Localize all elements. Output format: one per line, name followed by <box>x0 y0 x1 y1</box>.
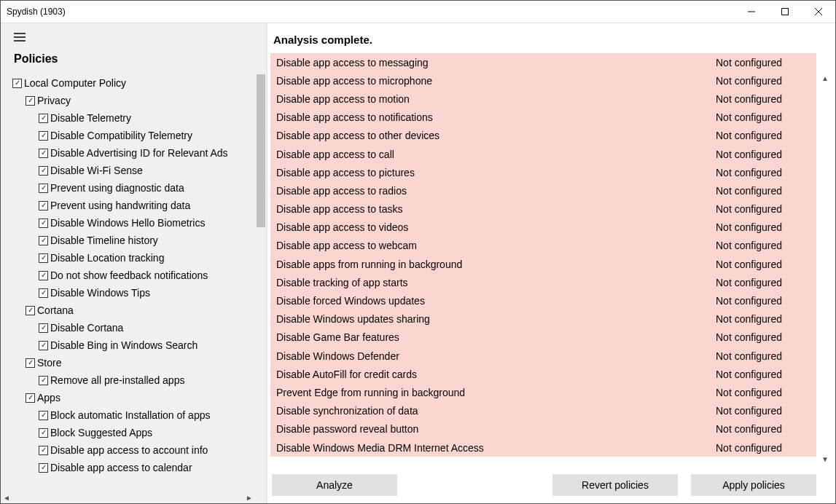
tree-item[interactable]: Disable Telemetry <box>12 109 255 127</box>
checkbox-icon[interactable] <box>39 131 48 141</box>
scrollbar-thumb[interactable] <box>257 74 265 227</box>
content-scrollbar-vertical[interactable]: ▲ ▼ <box>819 74 831 467</box>
result-row[interactable]: Disable app access to webcamNot configur… <box>270 237 816 255</box>
close-button[interactable] <box>802 1 835 23</box>
checkbox-icon[interactable] <box>39 236 48 245</box>
sidebar-scrollbar-vertical[interactable] <box>255 74 267 492</box>
checkbox-icon[interactable] <box>39 323 48 333</box>
analyze-button[interactable]: Analyze <box>272 474 397 496</box>
scroll-down-icon[interactable]: ▼ <box>819 455 831 467</box>
tree-item[interactable]: Disable Advertising ID for Relevant Ads <box>12 144 255 162</box>
checkbox-icon[interactable] <box>39 184 48 193</box>
scroll-left-icon[interactable]: ◄ <box>1 494 12 502</box>
result-row[interactable]: Disable password reveal buttonNot config… <box>270 420 816 438</box>
checkbox-icon[interactable] <box>39 288 48 298</box>
tree-item[interactable]: Disable Windows Tips <box>12 284 255 302</box>
result-name: Disable tracking of app starts <box>276 277 716 288</box>
checkbox-icon[interactable] <box>39 166 48 176</box>
result-row[interactable]: Disable Windows updates sharingNot confi… <box>270 310 816 328</box>
result-name: Disable Game Bar features <box>276 331 716 343</box>
sidebar-scrollbar-horizontal[interactable]: ◄ ► <box>1 492 255 503</box>
result-row[interactable]: Disable app access to callNot configured <box>270 145 816 163</box>
result-row[interactable]: Prevent Edge from running in backgroundN… <box>270 383 816 401</box>
result-row[interactable]: Disable app access to microphoneNot conf… <box>270 71 816 90</box>
result-status: Not configured <box>716 331 810 343</box>
checkbox-icon[interactable] <box>39 218 48 228</box>
checkbox-icon[interactable] <box>39 341 48 350</box>
result-status: Not configured <box>716 442 810 454</box>
tree-item[interactable]: Cortana <box>12 302 255 319</box>
tree-item[interactable]: Disable Windows Hello Biometrics <box>12 214 255 232</box>
checkbox-icon[interactable] <box>26 306 35 315</box>
result-status: Not configured <box>716 423 810 435</box>
menu-icon[interactable] <box>1 23 267 47</box>
tree-item[interactable]: Privacy <box>12 92 255 109</box>
action-buttons: Analyze Revert policies Apply policies <box>267 468 835 503</box>
result-name: Disable app access to pictures <box>276 167 716 178</box>
tree-item[interactable]: Apps <box>12 389 255 406</box>
tree-item[interactable]: Disable Wi-Fi Sense <box>12 162 255 179</box>
tree-item[interactable]: Disable app access to account info <box>12 441 255 459</box>
result-row[interactable]: Disable forced Windows updatesNot config… <box>270 291 816 310</box>
tree-item[interactable]: Disable Compatibility Telemetry <box>12 127 255 144</box>
apply-button[interactable]: Apply policies <box>691 474 816 496</box>
tree-item[interactable]: Disable Timeline history <box>12 232 255 249</box>
checkbox-icon[interactable] <box>26 393 35 403</box>
result-row[interactable]: Disable Windows DefenderNot configured <box>270 347 816 365</box>
tree-item[interactable]: Prevent using handwriting data <box>12 197 255 214</box>
result-row[interactable]: Disable apps from running in backgroundN… <box>270 255 816 273</box>
policy-tree[interactable]: Local Computer PolicyPrivacyDisable Tele… <box>1 71 255 492</box>
checkbox-icon[interactable] <box>39 149 48 158</box>
result-status: Not configured <box>716 313 810 325</box>
results-list[interactable]: Disable app access to messagingNot confi… <box>270 53 816 457</box>
checkbox-icon[interactable] <box>39 114 48 123</box>
result-row[interactable]: Disable app access to messagingNot confi… <box>270 53 816 71</box>
scroll-right-icon[interactable]: ► <box>243 494 255 502</box>
checkbox-icon[interactable] <box>39 201 48 210</box>
tree-item[interactable]: Local Computer Policy <box>12 74 255 92</box>
tree-item[interactable]: Block automatic Installation of apps <box>12 406 255 424</box>
tree-item[interactable]: Do not show feedback notifications <box>12 267 255 284</box>
tree-item[interactable]: Disable Location tracking <box>12 249 255 267</box>
tree-item-label: Store <box>37 357 61 369</box>
checkbox-icon[interactable] <box>39 253 48 263</box>
checkbox-icon[interactable] <box>26 358 35 368</box>
checkbox-icon[interactable] <box>39 463 48 473</box>
tree-item-label: Block automatic Installation of apps <box>50 409 210 421</box>
result-row[interactable]: Disable app access to notificationsNot c… <box>270 109 816 127</box>
tree-item[interactable]: Remove all pre-installed apps <box>12 371 255 389</box>
checkbox-icon[interactable] <box>39 446 48 455</box>
result-row[interactable]: Disable AutoFill for credit cardsNot con… <box>270 365 816 383</box>
result-row[interactable]: Disable app access to motionNot configur… <box>270 90 816 108</box>
checkbox-icon[interactable] <box>39 271 48 280</box>
checkbox-icon[interactable] <box>39 411 48 420</box>
result-row[interactable]: Disable app access to picturesNot config… <box>270 163 816 181</box>
result-row[interactable]: Disable app access to tasksNot configure… <box>270 200 816 218</box>
result-row[interactable]: Disable app access to other devicesNot c… <box>270 127 816 145</box>
result-row[interactable]: Disable Game Bar featuresNot configured <box>270 328 816 347</box>
tree-item[interactable]: Disable app access to calendar <box>12 459 255 476</box>
checkbox-icon[interactable] <box>39 376 48 385</box>
result-row[interactable]: Disable app access to videosNot configur… <box>270 218 816 237</box>
result-status: Not configured <box>716 57 810 68</box>
result-row[interactable]: Disable Windows Media DRM Internet Acces… <box>270 438 816 457</box>
minimize-button[interactable] <box>735 1 768 23</box>
tree-item[interactable]: Disable Cortana <box>12 319 255 336</box>
revert-button[interactable]: Revert policies <box>552 474 678 496</box>
tree-item[interactable]: Store <box>12 354 255 371</box>
checkbox-icon[interactable] <box>12 79 22 88</box>
scroll-up-icon[interactable]: ▲ <box>819 74 831 86</box>
checkbox-icon[interactable] <box>39 428 48 438</box>
result-row[interactable]: Disable app access to radiosNot configur… <box>270 181 816 200</box>
result-row[interactable]: Disable tracking of app startsNot config… <box>270 273 816 291</box>
result-name: Disable app access to motion <box>276 93 716 105</box>
maximize-button[interactable] <box>768 1 802 23</box>
checkbox-icon[interactable] <box>26 96 35 106</box>
result-name: Disable app access to tasks <box>276 203 716 215</box>
tree-item[interactable]: Prevent using diagnostic data <box>12 179 255 197</box>
result-name: Disable app access to radios <box>276 185 716 197</box>
result-row[interactable]: Disable synchronization of dataNot confi… <box>270 402 816 420</box>
tree-item[interactable]: Block Suggested Apps <box>12 424 255 441</box>
tree-item[interactable]: Disable Bing in Windows Search <box>12 336 255 354</box>
content: Analysis complete. Disable app access to… <box>267 23 835 503</box>
